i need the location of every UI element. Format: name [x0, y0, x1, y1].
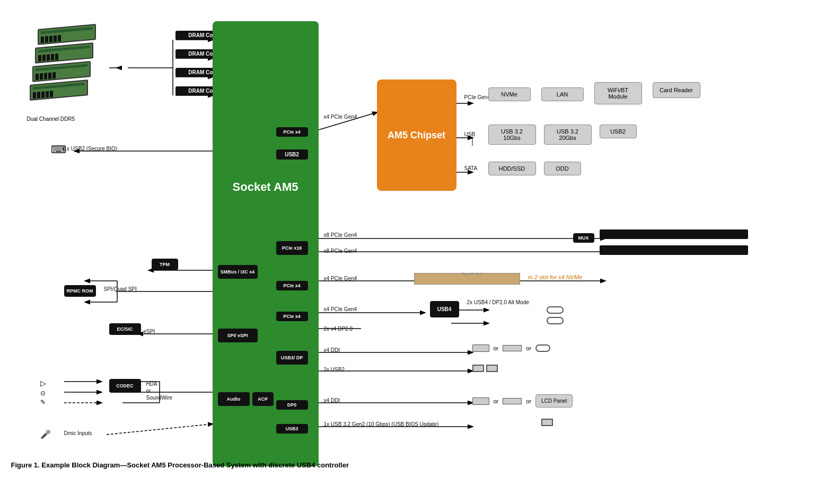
x8-pcie-gen4-2-label: x8 PCIe Gen4: [324, 248, 357, 254]
lcd-panel-box: LCD Panel: [535, 394, 573, 408]
wifi-bt-box: WiFi/BT Module: [594, 82, 642, 104]
audio-box: Audio: [218, 392, 250, 406]
usb3-bot-box: USB3: [276, 424, 308, 434]
dmic-icon: 🎤: [40, 429, 51, 439]
dp0-box: DP0: [276, 400, 308, 410]
block-diagram: Dual Channel DDR5 DRAM Controller DRAM C…: [11, 11, 806, 472]
x8-pcie-gen4-1-label: x8 PCIe Gen4: [324, 232, 357, 238]
pcie-slot-1: [600, 229, 748, 239]
dp2-label: 2x x4 DP2.0: [324, 326, 353, 332]
lan-box: LAN: [541, 87, 584, 101]
mux-box: MUX: [573, 233, 594, 243]
am5-chipset-box: AM5 Chipset: [377, 79, 456, 191]
socket-am5-label: Socket AM5: [213, 180, 319, 194]
usb4-dp-label: 2x USB4 / DP2.0 Alt Mode: [467, 299, 529, 305]
pcie-x4-m2-box: PCIe x4: [276, 281, 308, 290]
tpm-chip: TPM: [152, 259, 178, 270]
x4-pcie-m2-label: x4 PCIe Gen4: [324, 276, 357, 281]
usb2-secure-label: 1x USB2 (Secure BIO): [64, 146, 118, 152]
2x-usb2-label: 2x USB2: [324, 367, 345, 373]
optical-icon: ⊙: [40, 390, 46, 397]
pcie-gen4-chipset-label: PCIe Gen4: [464, 94, 490, 100]
pcie-x4-top-box: PCIe x4: [276, 127, 308, 137]
usb3-bios-label: 1x USB 3.2 Gen2 (10 Gbps) (USB BIOS Upda…: [324, 421, 439, 427]
figure-caption: Figure 1. Example Block Diagram—Socket A…: [11, 461, 806, 469]
usb3-bot-connector: [541, 419, 553, 426]
dram-label: Dual Channel DDR5: [27, 116, 75, 122]
usb32-10g-box: USB 3.210Gbs: [488, 125, 536, 145]
usb2-inner-box: USB2: [276, 149, 308, 160]
usb32-20g-box: USB 3.220Gbs: [544, 125, 592, 145]
usb-chipset-label: USB: [464, 131, 476, 137]
svg-line-37: [107, 424, 213, 435]
smbus-box: SMBus / I3C x4: [218, 265, 258, 279]
x4-ddi-usb3-label: x4 DDI: [324, 347, 340, 353]
speaker-icon: ▷: [40, 379, 46, 387]
codec-chip: CODEC: [109, 379, 141, 393]
dram-memory-sticks: Dual Channel DDR5: [27, 26, 107, 122]
card-reader-box: Card Reader: [653, 82, 700, 98]
usb2-right-box: USB2: [600, 125, 637, 138]
pcie-slot-2: [600, 245, 748, 255]
dp0-connectors: or or LCD Panel: [472, 394, 573, 408]
ec-sic-chip: EC/SIC: [109, 323, 141, 335]
hda-label: HDAorSoundWire: [146, 381, 172, 401]
usbc-connector-2: [547, 317, 564, 325]
key-m-label: Key M slot: [462, 271, 481, 276]
dp0-ddi-label: x4 DDI: [324, 397, 340, 403]
sata-chipset-label: SATA: [464, 165, 478, 171]
pcie-x4-usb4-box: PCIe x4: [276, 312, 308, 321]
usb3-dp-connectors: or or: [472, 344, 551, 352]
x4-pcie-usb4-label: x4 PCIe Gen4: [324, 306, 357, 312]
acp-box: ACP: [252, 392, 274, 406]
socket-am5-box: Socket AM5 USB2 PCIe x4 PCIe x16 PCIe x4…: [213, 21, 319, 466]
dmic-label: Dmic Inputs: [64, 430, 92, 436]
espi-label: eSPI: [144, 329, 155, 334]
rpmc-rom-chip: RPMC ROM: [64, 285, 96, 297]
m2-nvme-label: m.2 slot for x4 NVMe: [528, 274, 583, 280]
spi-quad-label: SPI/Quad SPI: [104, 286, 137, 292]
odd-box: ODD: [544, 162, 581, 175]
nvme-box: NVMe: [488, 87, 531, 101]
mic-icon: ✎: [40, 399, 46, 406]
pcie-x16-box: PCIe x16: [276, 241, 308, 255]
hdd-ssd-box: HDD/SSD: [488, 162, 536, 175]
usb-a-connectors: [472, 365, 498, 372]
usbc-connector-1: [547, 306, 564, 315]
usb3-dp-box: USB3/ DP: [276, 351, 308, 365]
usb4-chip-box: USB4: [430, 301, 459, 317]
pcie-x4-to-chipset-label: x4 PCIe Gen4: [324, 114, 357, 120]
spi-espi-box: SPI/ eSPI: [218, 329, 258, 342]
